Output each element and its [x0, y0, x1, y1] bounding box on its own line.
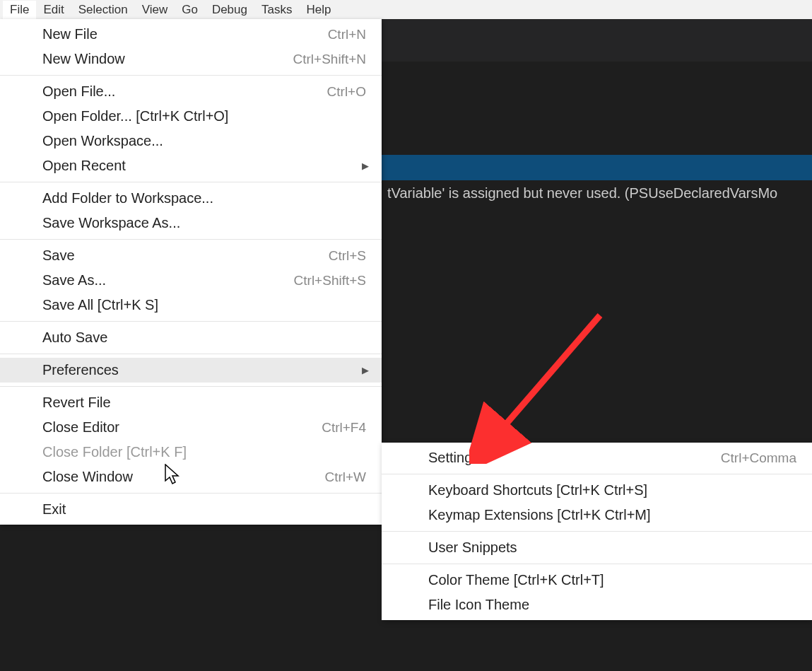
menu-item-label: Open Recent	[42, 158, 126, 174]
menubar-help[interactable]: Help	[299, 1, 338, 19]
prefs-menu-item-keyboard-shortcuts-ctrl-k-ctrl-s[interactable]: Keyboard Shortcuts [Ctrl+K Ctrl+S]	[382, 478, 812, 503]
chevron-right-icon: ▶	[362, 365, 369, 375]
file-menu-item-separator	[0, 386, 382, 387]
menu-item-label: Save	[42, 247, 75, 264]
menu-item-label: Auto Save	[42, 329, 107, 346]
file-menu-item-separator	[0, 239, 382, 240]
prefs-menu-item-color-theme-ctrl-k-ctrl-t[interactable]: Color Theme [Ctrl+K Ctrl+T]	[382, 568, 812, 593]
file-menu-item-new-file[interactable]: New FileCtrl+N	[0, 22, 382, 47]
file-menu-item-save-as[interactable]: Save As...Ctrl+Shift+S	[0, 268, 382, 293]
file-menu-item-separator	[0, 75, 382, 76]
file-menu-item-add-folder-to-workspace[interactable]: Add Folder to Workspace...	[0, 186, 382, 211]
menu-item-label: Open Workspace...	[42, 133, 163, 149]
menubar: File Edit Selection View Go Debug Tasks …	[0, 0, 812, 19]
file-menu-item-save-workspace-as[interactable]: Save Workspace As...	[0, 211, 382, 235]
menubar-edit[interactable]: Edit	[36, 1, 71, 19]
menu-item-shortcut: Ctrl+F4	[322, 420, 366, 436]
menu-item-shortcut: Ctrl+S	[329, 248, 366, 264]
menu-item-label: Settings	[428, 450, 479, 466]
file-menu-item-separator	[0, 321, 382, 322]
menu-item-label: Save All [Ctrl+K S]	[42, 297, 158, 313]
menubar-selection[interactable]: Selection	[71, 1, 135, 19]
menu-item-label: Exit	[42, 501, 66, 518]
file-menu-item-open-folder-ctrl-k-ctrl-o[interactable]: Open Folder... [Ctrl+K Ctrl+O]	[0, 104, 382, 129]
menu-item-shortcut: Ctrl+Shift+S	[294, 273, 366, 288]
prefs-menu-item-file-icon-theme[interactable]: File Icon Theme	[382, 593, 812, 617]
file-menu-item-auto-save[interactable]: Auto Save	[0, 325, 382, 350]
prefs-menu-item-user-snippets[interactable]: User Snippets	[382, 535, 812, 560]
file-menu-item-close-editor[interactable]: Close EditorCtrl+F4	[0, 415, 382, 440]
file-menu-item-separator	[0, 354, 382, 354]
file-menu-item-open-recent[interactable]: Open Recent▶	[0, 153, 382, 178]
menu-item-shortcut: Ctrl+Comma	[721, 450, 796, 466]
problem-message: tVariable' is assigned but never used. (…	[387, 185, 812, 202]
menu-item-label: Add Folder to Workspace...	[42, 190, 213, 206]
menu-item-label: Preferences	[42, 362, 119, 378]
menu-item-label: Save As...	[42, 272, 106, 288]
menu-item-label: Keymap Extensions [Ctrl+K Ctrl+M]	[428, 507, 651, 523]
menubar-go[interactable]: Go	[175, 1, 205, 19]
menu-item-label: New Window	[42, 51, 125, 67]
chevron-right-icon: ▶	[362, 161, 369, 171]
menu-item-label: Close Folder [Ctrl+K F]	[42, 444, 187, 460]
file-menu-item-revert-file[interactable]: Revert File	[0, 390, 382, 415]
prefs-menu-item-settings[interactable]: SettingsCtrl+Comma	[382, 445, 812, 470]
menu-item-shortcut: Ctrl+W	[324, 469, 366, 485]
file-menu-item-save[interactable]: SaveCtrl+S	[0, 243, 382, 268]
file-menu-item-open-file[interactable]: Open File...Ctrl+O	[0, 79, 382, 104]
menubar-debug[interactable]: Debug	[205, 1, 254, 19]
annotation-arrow	[469, 308, 618, 464]
prefs-menu-item-separator	[382, 564, 812, 564]
file-menu-item-open-workspace[interactable]: Open Workspace...	[0, 129, 382, 153]
menubar-tasks[interactable]: Tasks	[254, 1, 299, 19]
file-menu-item-new-window[interactable]: New WindowCtrl+Shift+N	[0, 47, 382, 71]
menu-item-label: Save Workspace As...	[42, 215, 180, 231]
menu-item-label: Keyboard Shortcuts [Ctrl+K Ctrl+S]	[428, 482, 647, 498]
menubar-file[interactable]: File	[3, 1, 36, 19]
file-menu-item-exit[interactable]: Exit	[0, 497, 382, 522]
menu-item-label: Open Folder... [Ctrl+K Ctrl+O]	[42, 108, 228, 124]
menu-item-label: Color Theme [Ctrl+K Ctrl+T]	[428, 572, 604, 588]
menu-item-shortcut: Ctrl+Shift+N	[293, 52, 366, 67]
prefs-menu-item-separator	[382, 531, 812, 532]
svg-line-1	[487, 315, 600, 446]
menu-item-label: Open File...	[42, 83, 115, 100]
menu-item-label: File Icon Theme	[428, 597, 529, 613]
file-menu-dropdown: New FileCtrl+NNew WindowCtrl+Shift+NOpen…	[0, 19, 382, 525]
file-menu-item-close-folder-ctrl-k-f: Close Folder [Ctrl+K F]	[0, 440, 382, 465]
menubar-view[interactable]: View	[135, 1, 175, 19]
menu-item-shortcut: Ctrl+N	[328, 27, 366, 42]
menu-item-label: User Snippets	[428, 539, 517, 556]
file-menu-item-close-window[interactable]: Close WindowCtrl+W	[0, 465, 382, 489]
file-menu-item-preferences[interactable]: Preferences▶	[0, 358, 382, 383]
menu-item-label: Close Editor	[42, 419, 119, 436]
menu-item-label: Revert File	[42, 395, 111, 411]
file-menu-item-separator	[0, 182, 382, 182]
menu-item-label: Close Window	[42, 469, 133, 485]
preferences-submenu: SettingsCtrl+CommaKeyboard Shortcuts [Ct…	[382, 443, 812, 620]
prefs-menu-item-keymap-extensions-ctrl-k-ctrl-m[interactable]: Keymap Extensions [Ctrl+K Ctrl+M]	[382, 503, 812, 527]
prefs-menu-item-separator	[382, 474, 812, 474]
file-menu-item-save-all-ctrl-k-s[interactable]: Save All [Ctrl+K S]	[0, 293, 382, 317]
file-menu-item-separator	[0, 493, 382, 494]
menu-item-label: New File	[42, 26, 98, 42]
menu-item-shortcut: Ctrl+O	[327, 84, 366, 100]
